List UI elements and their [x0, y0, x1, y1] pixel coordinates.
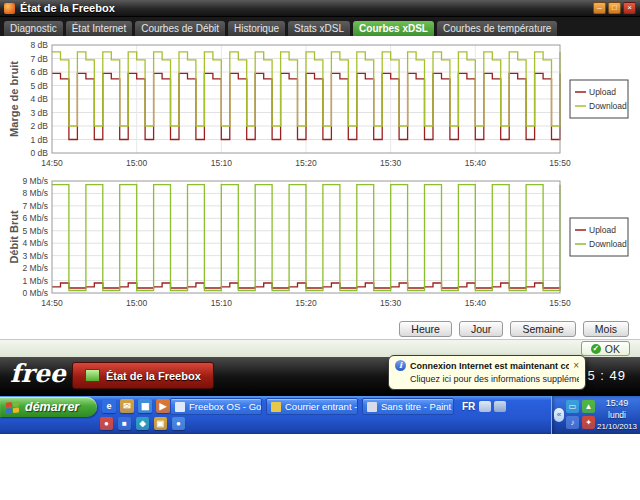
y-tick-label: 0 Mb/s [22, 288, 48, 298]
minimize-button[interactable]: – [593, 2, 606, 14]
semaine-button[interactable]: Semaine [510, 321, 575, 337]
shortcut-icon-5[interactable]: ● [172, 417, 185, 430]
desktop-background [0, 434, 640, 500]
y-tick-label: 2 dB [31, 121, 49, 131]
window-title: État de la Freebox [20, 2, 115, 14]
task-label: Sans titre - Paint [381, 401, 451, 412]
shortcut-icon-1[interactable]: ● [100, 417, 113, 430]
tab-historique[interactable]: Historique [228, 21, 285, 36]
y-tick-label: 9 Mb/s [22, 176, 48, 186]
task-button-freebox-os-google[interactable]: Freebox OS - Google ... [170, 398, 262, 415]
task-label: Freebox OS - Google ... [189, 401, 262, 412]
tab-courbes-de-temperature[interactable]: Courbes de température [437, 21, 557, 36]
x-tick-label: 15:50 [549, 298, 571, 308]
x-tick-label: 15:40 [465, 158, 487, 168]
close-button[interactable]: × [623, 2, 636, 14]
taskbar-clock: 15:49 lundi 21/10/2013 [595, 397, 639, 433]
freebox-monitor-icon [85, 369, 100, 382]
shortcut-icon-3[interactable]: ◆ [136, 417, 149, 430]
y-tick-label: 2 Mb/s [22, 263, 48, 273]
security-icon[interactable]: ✦ [582, 416, 595, 429]
system-tray: « ▭▲♪✦ 15:49 lundi 21/10/2013 [551, 396, 640, 434]
legend-label-upload: Upload [589, 225, 616, 235]
heure-button[interactable]: Heure [399, 321, 452, 337]
freebox-status-button[interactable]: État de la Freebox [72, 362, 214, 389]
clock-date: 21/10/2013 [595, 421, 639, 433]
balloon-title: Connexion Internet est maintenant connec… [410, 361, 569, 371]
y-axis-label: Débit Brut [8, 210, 20, 264]
internet-explorer-icon[interactable]: e [102, 399, 116, 413]
legend-label-upload: Upload [589, 87, 616, 97]
mail-icon[interactable]: ✉ [120, 399, 134, 413]
show-desktop-icon[interactable]: ▦ [138, 399, 152, 413]
language-bar-icon[interactable] [494, 401, 506, 412]
notification-balloon[interactable]: i Connexion Internet est maintenant conn… [388, 355, 586, 390]
window-controls: – □ × [593, 2, 636, 14]
info-icon: i [395, 360, 406, 371]
ok-button[interactable]: ✓ OK [581, 341, 630, 356]
free-logo: free [10, 359, 66, 388]
x-tick-label: 15:20 [295, 298, 317, 308]
start-button[interactable]: démarrer [0, 397, 97, 417]
tab-bar: DiagnosticÉtat InternetCourbes de DébitH… [0, 17, 640, 36]
y-tick-label: 1 Mb/s [22, 276, 48, 286]
legend-box [570, 218, 628, 256]
shortcut-icon-2[interactable]: ■ [118, 417, 131, 430]
volume-icon[interactable]: ♪ [566, 416, 579, 429]
keyboard-icon[interactable] [479, 401, 491, 412]
x-tick-label: 15:30 [380, 298, 402, 308]
y-tick-label: 6 dB [31, 67, 49, 77]
shortcut-icon-4[interactable]: ▣ [154, 417, 167, 430]
jour-button[interactable]: Jour [459, 321, 503, 337]
tab-courbes-de-debit[interactable]: Courbes de Débit [135, 21, 225, 36]
screen: État de la Freebox – □ × DiagnosticÉtat … [0, 0, 640, 500]
noise-margin-chart: 0 dB1 dB2 dB3 dB4 dB5 dB6 dB7 dB8 dB14:5… [6, 40, 634, 174]
x-tick-label: 15:30 [380, 158, 402, 168]
y-tick-label: 7 Mb/s [22, 201, 48, 211]
start-label: démarrer [25, 400, 79, 414]
paint-icon [367, 402, 377, 412]
mois-button[interactable]: Mois [583, 321, 629, 337]
tab-stats-xdsl[interactable]: Stats xDSL [288, 21, 350, 36]
maximize-button[interactable]: □ [608, 2, 621, 14]
y-tick-label: 7 dB [31, 54, 49, 64]
y-tick-label: 8 Mb/s [22, 188, 48, 198]
media-player-icon[interactable]: ▶ [156, 399, 170, 413]
clock-day: lundi [595, 409, 639, 421]
balloon-body[interactable]: Cliquez ici pour des informations supplé… [410, 374, 579, 384]
task-button-area: Freebox OS - Google ...Courrier entrant … [170, 398, 454, 415]
footer-clock: 15 : 49 [579, 368, 626, 383]
freebox-connection-icon[interactable]: ▲ [582, 400, 595, 413]
browser-icon [175, 402, 185, 412]
network-status-icon[interactable]: ▭ [566, 400, 579, 413]
y-tick-label: 8 dB [31, 40, 49, 50]
toolbar-icon-row: ●■◆▣● [100, 417, 185, 430]
task-button-courrier-entrant-syl[interactable]: Courrier entrant - syl... [266, 398, 358, 415]
y-tick-label: 1 dB [31, 135, 49, 145]
tab-etat-internet[interactable]: État Internet [66, 21, 132, 36]
x-tick-label: 15:00 [126, 158, 148, 168]
tray-icon-area: ▭▲♪✦ [566, 400, 596, 429]
balloon-header: i Connexion Internet est maintenant conn… [395, 360, 579, 371]
mail-icon [271, 402, 281, 412]
tab-courbes-xdsl[interactable]: Courbes xDSL [353, 21, 434, 36]
x-tick-label: 14:50 [41, 158, 63, 168]
window-titlebar: État de la Freebox – □ × [0, 0, 640, 17]
quick-launch-bar: e✉▦▶ [102, 399, 170, 413]
legend-box [570, 80, 628, 118]
legend-label-download: Download [589, 101, 627, 111]
balloon-close-icon[interactable]: × [573, 361, 579, 370]
hide-icons-chevron[interactable]: « [554, 408, 564, 422]
check-icon: ✓ [591, 344, 601, 354]
tab-diagnostic[interactable]: Diagnostic [4, 21, 63, 36]
language-indicator[interactable]: FR [462, 401, 475, 412]
y-tick-label: 4 Mb/s [22, 238, 48, 248]
y-tick-label: 3 dB [31, 108, 49, 118]
x-tick-label: 15:00 [126, 298, 148, 308]
task-button-sans-titre-paint[interactable]: Sans titre - Paint [362, 398, 454, 415]
download-series-line [52, 52, 560, 126]
windows-logo-icon [6, 401, 20, 413]
x-tick-label: 15:10 [211, 158, 233, 168]
freebox-app-icon [4, 3, 15, 14]
y-axis-label: Marge de bruit [8, 61, 20, 137]
